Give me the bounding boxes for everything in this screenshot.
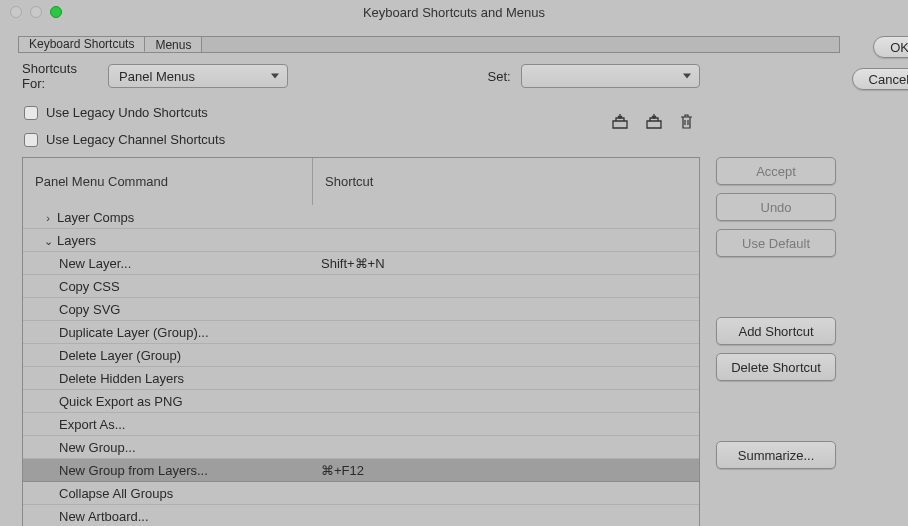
row-label: Delete Layer (Group) xyxy=(59,348,181,363)
set-dropdown[interactable] xyxy=(521,64,700,88)
summarize-button[interactable]: Summarize... xyxy=(716,441,836,469)
table-row[interactable]: Quick Export as PNG xyxy=(23,390,699,413)
cancel-button[interactable]: Cancel xyxy=(852,68,908,90)
delete-set-icon[interactable] xyxy=(679,113,694,131)
shortcuts-for-value: Panel Menus xyxy=(119,69,195,84)
row-label: Layers xyxy=(57,233,96,248)
row-label: New Layer... xyxy=(59,256,131,271)
table-row[interactable]: Copy SVG xyxy=(23,298,699,321)
row-label: New Group... xyxy=(59,440,136,455)
main-column: Keyboard Shortcuts Menus Shortcuts For: … xyxy=(18,36,840,526)
table-header: Panel Menu Command Shortcut xyxy=(23,158,699,206)
table-row[interactable]: ⌄Layers xyxy=(23,229,699,252)
table-row[interactable]: New Group from Layers...⌘+F12 xyxy=(23,459,699,482)
table-row[interactable]: ›Layer Comps xyxy=(23,206,699,229)
table-row[interactable]: New Layer...Shift+⌘+N xyxy=(23,252,699,275)
row-label: Collapse All Groups xyxy=(59,486,173,501)
table-row[interactable]: Delete Hidden Layers xyxy=(23,367,699,390)
chevron-right-icon[interactable]: › xyxy=(43,212,53,224)
legacy-channel-checkbox[interactable] xyxy=(24,133,38,147)
dialog-content: Keyboard Shortcuts Menus Shortcuts For: … xyxy=(0,24,908,526)
window-title: Keyboard Shortcuts and Menus xyxy=(0,5,908,20)
row-label: Copy CSS xyxy=(59,279,120,294)
shortcuts-for-label: Shortcuts For: xyxy=(22,61,98,91)
accept-button[interactable]: Accept xyxy=(716,157,836,185)
row-shortcut: ⌘+F12 xyxy=(313,463,699,478)
table-row[interactable]: Collapse All Groups xyxy=(23,482,699,505)
add-shortcut-button[interactable]: Add Shortcut xyxy=(716,317,836,345)
tab-menus[interactable]: Menus xyxy=(145,37,202,52)
tab-keyboard-shortcuts[interactable]: Keyboard Shortcuts xyxy=(19,37,145,52)
row-label: Delete Hidden Layers xyxy=(59,371,184,386)
legacy-undo-checkbox[interactable] xyxy=(24,106,38,120)
shortcuts-for-dropdown[interactable]: Panel Menus xyxy=(108,64,287,88)
header-command: Panel Menu Command xyxy=(23,158,313,205)
ok-button[interactable]: OK xyxy=(873,36,908,58)
row-label: Duplicate Layer (Group)... xyxy=(59,325,209,340)
row-label: Layer Comps xyxy=(57,210,134,225)
legacy-channel-label: Use Legacy Channel Shortcuts xyxy=(46,132,225,147)
middle-buttons: Accept Undo Use Default Add Shortcut Del… xyxy=(716,155,836,526)
tab-strip: Keyboard Shortcuts Menus xyxy=(18,36,840,53)
save-set-icon[interactable] xyxy=(645,113,663,131)
shortcuts-table: Panel Menu Command Shortcut ›Layer Comps… xyxy=(22,157,700,526)
table-row[interactable]: New Group... xyxy=(23,436,699,459)
minimize-window-button[interactable] xyxy=(30,6,42,18)
right-column: OK Cancel xyxy=(864,36,908,526)
table-body[interactable]: ›Layer Comps⌄LayersNew Layer...Shift+⌘+N… xyxy=(23,206,699,526)
titlebar: Keyboard Shortcuts and Menus xyxy=(0,0,908,24)
undo-button[interactable]: Undo xyxy=(716,193,836,221)
delete-shortcut-button[interactable]: Delete Shortcut xyxy=(716,353,836,381)
chevron-down-icon[interactable]: ⌄ xyxy=(43,235,53,248)
row-label: Quick Export as PNG xyxy=(59,394,183,409)
row-label: New Artboard... xyxy=(59,509,149,524)
zoom-window-button[interactable] xyxy=(50,6,62,18)
table-row[interactable]: Duplicate Layer (Group)... xyxy=(23,321,699,344)
use-default-button[interactable]: Use Default xyxy=(716,229,836,257)
set-label: Set: xyxy=(488,69,511,84)
new-set-icon[interactable] xyxy=(611,113,629,131)
row-shortcut: Shift+⌘+N xyxy=(313,256,699,271)
window-controls xyxy=(10,6,62,18)
row-label: Export As... xyxy=(59,417,125,432)
table-row[interactable]: Export As... xyxy=(23,413,699,436)
table-row[interactable]: Delete Layer (Group) xyxy=(23,344,699,367)
table-row[interactable]: New Artboard... xyxy=(23,505,699,526)
row-label: New Group from Layers... xyxy=(59,463,208,478)
set-action-icons xyxy=(611,113,694,131)
table-row[interactable]: Copy CSS xyxy=(23,275,699,298)
header-shortcut: Shortcut xyxy=(313,174,699,189)
legacy-undo-label: Use Legacy Undo Shortcuts xyxy=(46,105,208,120)
close-window-button[interactable] xyxy=(10,6,22,18)
row-label: Copy SVG xyxy=(59,302,120,317)
